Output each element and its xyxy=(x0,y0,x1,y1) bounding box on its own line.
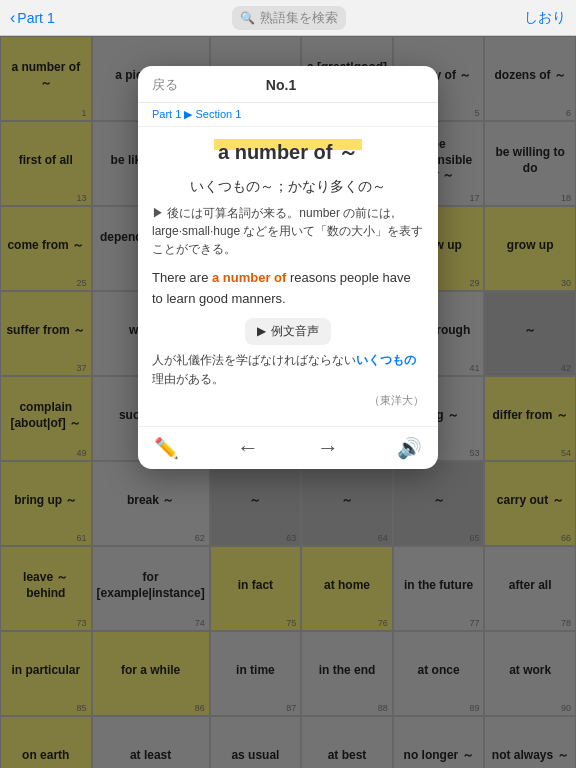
nav-back-label: Part 1 xyxy=(17,10,54,26)
phrase-container: a number of ～ xyxy=(152,139,424,170)
modal-back-button[interactable]: 戻る xyxy=(152,76,178,94)
modal-body: a number of ～ いくつもの～；かなり多くの～ 後には可算名詞が来る。… xyxy=(138,127,438,426)
audio-label: 例文音声 xyxy=(271,323,319,340)
breadcrumb-arrow: ▶ xyxy=(184,108,195,120)
example-sentence: There are a number of reasons people hav… xyxy=(152,268,424,310)
japanese-example: 人が礼儀作法を学ばなければならないいくつもの理由がある。 xyxy=(152,351,424,389)
translation-after: 理由がある。 xyxy=(152,372,224,386)
translation-highlight: いくつもの xyxy=(356,353,416,367)
audio-button[interactable]: ▶ 例文音声 xyxy=(245,318,331,345)
modal-footer: ✏️ ← → 🔊 xyxy=(138,426,438,469)
translation-before: 人が礼儀作法を学ばなければならない xyxy=(152,353,356,367)
example-before: There are xyxy=(152,270,212,285)
pencil-button[interactable]: ✏️ xyxy=(154,436,179,460)
nav-back-button[interactable]: ‹ Part 1 xyxy=(10,9,55,27)
bookmark-label: しおり xyxy=(524,9,566,25)
next-button[interactable]: → xyxy=(317,435,339,461)
breadcrumb-part: Part 1 xyxy=(152,108,181,120)
play-icon: ▶ xyxy=(257,324,266,338)
search-icon: 🔍 xyxy=(240,11,255,25)
flashcard-modal: 戻る No.1 Part 1 ▶ Section 1 a number of ～… xyxy=(138,66,438,469)
modal-breadcrumb: Part 1 ▶ Section 1 xyxy=(138,103,438,127)
search-bar[interactable]: 🔍 熟語集を検索 xyxy=(232,6,346,30)
breadcrumb-section: Section 1 xyxy=(195,108,241,120)
bookmark-button[interactable]: しおり xyxy=(524,9,566,27)
modal-header: 戻る No.1 xyxy=(138,66,438,103)
japanese-translation: いくつもの～；かなり多くの～ xyxy=(152,178,424,196)
modal-title: No.1 xyxy=(266,77,296,93)
prev-button[interactable]: ← xyxy=(237,435,259,461)
main-phrase: a number of ～ xyxy=(214,139,362,166)
source-label: （東洋大） xyxy=(152,393,424,408)
speaker-button[interactable]: 🔊 xyxy=(397,436,422,460)
example-highlight: a number of xyxy=(212,270,286,285)
modal-overlay: 戻る No.1 Part 1 ▶ Section 1 a number of ～… xyxy=(0,36,576,768)
nav-bar: ‹ Part 1 🔍 熟語集を検索 しおり xyxy=(0,0,576,36)
grammar-note: 後には可算名詞が来る。number の前には, large·small·huge… xyxy=(152,204,424,258)
chevron-left-icon: ‹ xyxy=(10,9,15,27)
search-placeholder: 熟語集を検索 xyxy=(260,9,338,27)
